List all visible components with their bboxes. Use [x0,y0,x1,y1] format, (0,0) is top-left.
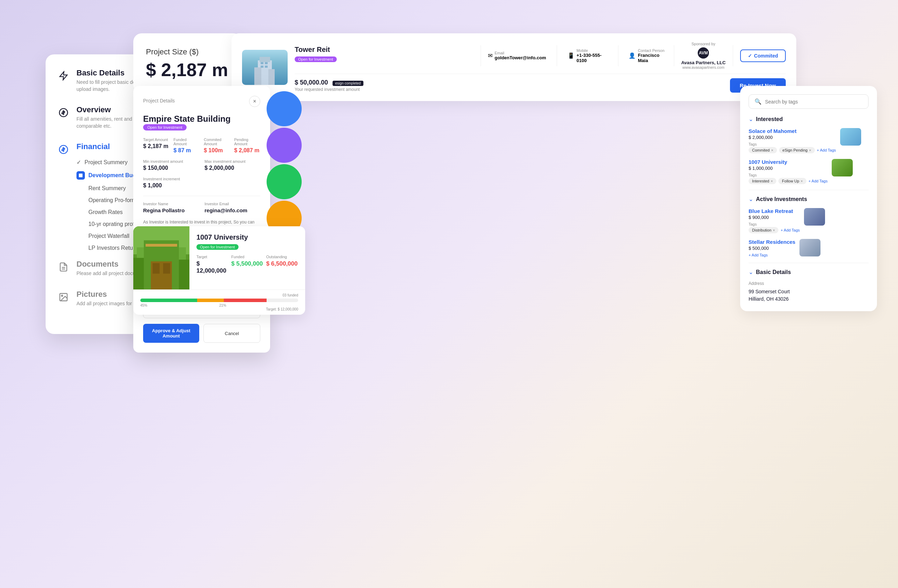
tower-image [242,50,288,85]
committed-label: Commited [754,53,778,58]
address-label: Address [749,281,869,286]
stellar-amount: $ 500,000 [749,246,795,251]
dev-budget-icon [77,171,85,180]
email-value: goldenTower@info.com [495,55,546,60]
chevron-basic[interactable]: ⌄ [749,269,753,276]
uni-outstanding-value: $ 6,500,000 [266,260,298,267]
uni-funded: Funded $ 5,500,000 [231,255,263,274]
solace-amount: $ 2,000,000 [749,135,836,140]
sidebar-financial-title: Financial [77,142,110,151]
stellar-name[interactable]: Stellar Residences [749,239,795,245]
pending-value: $ 2,087 m [234,147,261,154]
sub-item-growth-label: Growth Rates [88,209,123,215]
tag-followup: Follow Up × [778,178,806,184]
svg-rect-21 [152,263,160,274]
project-size-value: $ 2,187 m [146,61,229,79]
tag-esign: eSign Pending × [779,147,815,153]
contact-icon: 👤 [629,52,636,59]
university-image [133,226,189,289]
investor-name-section: Investor Name Regina Pollastro [143,202,199,213]
commited-value: $ 100m [204,147,230,154]
university-tags: Interested × Follow Up × + Add Tags [749,178,827,184]
picture-icon [56,290,71,305]
tower-contact: 👤 Contact Person Francisco Maia [629,45,666,66]
divider [481,45,481,66]
tags-label-2: Tags [749,173,827,177]
add-tag-university[interactable]: + Add Tags [809,179,828,183]
university-prop-name[interactable]: 1007 University [749,159,827,165]
right-panel: 🔍 ⌄ Interested Solace of Mahomet $ 2,000… [740,86,877,311]
search-input[interactable] [765,99,863,105]
pending-label: Pending Amount [234,137,261,146]
min-investment: Min investment amount $ 150,000 [143,159,199,171]
target-label: Target Amount [143,137,169,142]
add-tag-stellar[interactable]: + Add Tags [749,253,768,257]
sub-item-operating-label: Operating Pro-forma [88,197,140,203]
tower-status-badge: Open for Investment [295,57,337,62]
university-info: 1007 University Open for Investment Targ… [189,226,305,289]
cancel-button[interactable]: Cancel [203,324,260,343]
sub-item-lp-label: LP Investors Return [88,245,138,251]
dollar-icon [56,105,71,120]
sub-item-waterfall-label: Project Waterfall [88,233,129,239]
approve-button[interactable]: Approve & Adjust Amount [143,324,199,343]
add-tag-solace[interactable]: + Add Tags [817,148,836,152]
chevron-interested[interactable]: ⌄ [749,116,753,122]
divider2 [557,45,557,66]
svg-rect-10 [254,67,261,85]
sponsor-url: www.avasapartners.com [681,65,726,69]
progress-21: 21% [219,303,226,307]
search-box[interactable]: 🔍 [749,94,869,109]
interested-title: Interested [756,116,783,122]
tags-label: Tags [749,142,836,146]
tower-sponsor: Sponsored by AVM Avasa Partners, LLC www… [681,42,726,69]
add-tag-blue-lake[interactable]: + Add Tags [781,228,800,232]
email-label: Email [495,51,546,55]
investor-email-value: regina@info.com [205,207,260,213]
circle-blue [267,91,302,126]
solace-name[interactable]: Solace of Mahomet [749,128,836,134]
stellar-thumb [800,239,821,257]
uni-target: Target $ 12,000,000 [197,255,228,274]
property-solace: Solace of Mahomet $ 2,000,000 Tags Commi… [749,128,869,153]
circle-purple [267,128,302,163]
investor-email-label: Investor Email [205,202,260,206]
tower-name: Tower Reit [295,46,474,54]
svg-rect-15 [265,66,268,68]
svg-rect-3 [79,174,83,177]
tag-commited: Commited × [749,147,777,153]
sponsor-logo: AVM [698,47,709,58]
modal-close-button[interactable]: × [249,96,260,107]
divider4 [674,45,674,66]
uni-target-value: $ 12,000,000 [197,260,228,274]
solace-tags: Commited × eSign Pending × + Add Tags [749,147,836,153]
blue-lake-name[interactable]: Blue Lake Retreat [749,208,800,214]
chevron-active[interactable]: ⌄ [749,196,753,202]
sponsor-label: Sponsored by [681,42,726,46]
address-section: Address 99 Somerset CourtHilliard, OH 43… [749,281,869,303]
investor-name-label: Investor Name [143,202,199,206]
divider5 [733,45,733,66]
sub-item-rent-label: Rent Summery [88,185,126,192]
tower-amount: $ 50,000.00 [295,79,328,86]
tag-distribution: Distribution × [749,227,778,233]
svg-point-7 [62,295,63,297]
uni-outstanding-label: Outstanding [266,255,298,259]
tower-email: ✉ Email goldenTower@info.com [488,45,546,66]
stellar-tags: + Add Tags [749,253,795,257]
tower-reit-card: Tower Reit Open for Investment ✉ Email g… [232,33,796,101]
blue-lake-thumb [804,208,825,226]
increment-investment: Investment increment $ 1,000 [143,177,199,189]
committed-button[interactable]: ✓ Commited [740,49,786,62]
progress-45: 45% [140,303,147,307]
min-value: $ 150,000 [143,165,199,171]
uni-funded-value: $ 5,500,000 [231,260,263,267]
funded-label: Funded Amount [174,137,200,146]
blue-lake-amount: $ 900,000 [749,215,800,220]
search-icon: 🔍 [755,98,761,105]
uni-target-label: Target [197,255,228,259]
check-icon: ✓ [748,53,752,58]
svg-rect-11 [268,69,275,85]
funded-stat: Funded Amount $ 87 m [174,137,200,154]
max-investment: Max investment amount $ 2,000,000 [205,159,260,171]
